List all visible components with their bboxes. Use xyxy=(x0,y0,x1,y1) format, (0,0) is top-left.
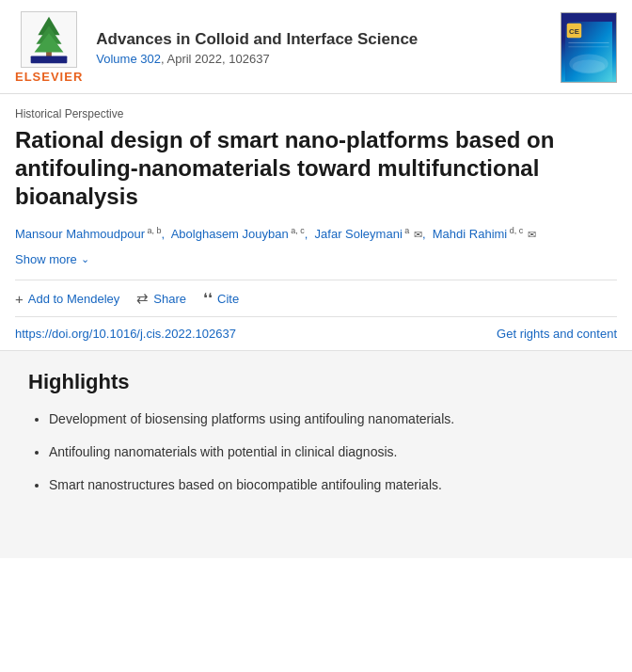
add-mendeley-label: Add to Mendeley xyxy=(28,292,120,306)
author-rahimi[interactable]: Mahdi Rahimi xyxy=(433,227,507,241)
show-more-label: Show more xyxy=(15,252,77,266)
cite-label: Cite xyxy=(217,292,239,306)
svg-text:CE: CE xyxy=(569,27,579,36)
article-type: Historical Perspective xyxy=(15,107,617,120)
share-label: Share xyxy=(153,292,186,306)
add-to-mendeley-button[interactable]: + Add to Mendeley xyxy=(15,291,119,307)
mendeley-icon: + xyxy=(15,291,24,307)
doi-bar: https://doi.org/10.1016/j.cis.2022.10263… xyxy=(0,317,632,351)
elsevier-logo-image xyxy=(21,11,77,68)
email-icon-soleymani: ✉ xyxy=(414,227,422,244)
chevron-down-icon: ⌄ xyxy=(81,253,89,265)
journal-info: Advances in Colloid and Interface Scienc… xyxy=(96,30,418,66)
author-soleymani[interactable]: Jafar Soleymani xyxy=(315,227,403,241)
highlights-list: Development of biosensing platforms usin… xyxy=(28,409,604,495)
journal-cover-image: CE xyxy=(561,12,617,83)
header-left: ELSEVIER Advances in Colloid and Interfa… xyxy=(15,11,418,84)
share-button[interactable]: ⇄ Share xyxy=(136,290,186,307)
highlights-section: Highlights Development of biosensing pla… xyxy=(0,351,632,558)
article-section: Historical Perspective Rational design o… xyxy=(0,94,632,266)
authors-list: Mansour Mahmoudpour a, b, Abolghasem Jou… xyxy=(15,224,617,245)
get-rights-link[interactable]: Get rights and content xyxy=(497,327,617,341)
list-item: Development of biosensing platforms usin… xyxy=(49,409,604,429)
list-item: Antifouling nanomaterials with potential… xyxy=(49,442,604,462)
email-icon-rahimi: ✉ xyxy=(528,227,536,244)
svg-point-12 xyxy=(573,60,605,73)
article-title: Rational design of smart nano-platforms … xyxy=(15,126,617,211)
list-item: Smart nanostructures based on biocompati… xyxy=(49,475,604,495)
author-mahmoudpour[interactable]: Mansour Mahmoudpour xyxy=(15,227,145,241)
action-bar: + Add to Mendeley ⇄ Share ❛❛ Cite xyxy=(15,280,617,317)
show-more-button[interactable]: Show more ⌄ xyxy=(15,252,89,266)
cite-button[interactable]: ❛❛ Cite xyxy=(203,290,239,307)
journal-volume-link[interactable]: Volume 302 xyxy=(96,52,161,66)
doi-link[interactable]: https://doi.org/10.1016/j.cis.2022.10263… xyxy=(15,327,236,341)
page-header: ELSEVIER Advances in Colloid and Interfa… xyxy=(0,0,632,94)
author-jouyban[interactable]: Abolghasem Jouyban xyxy=(171,227,289,241)
journal-title: Advances in Colloid and Interface Scienc… xyxy=(96,30,418,49)
elsevier-label: ELSEVIER xyxy=(15,70,83,84)
highlights-title: Highlights xyxy=(28,370,604,394)
share-icon: ⇄ xyxy=(136,290,149,307)
svg-rect-5 xyxy=(31,56,68,63)
journal-volume: Volume 302, April 2022, 102637 xyxy=(96,52,418,66)
quote-icon: ❛❛ xyxy=(203,290,213,307)
elsevier-logo: ELSEVIER xyxy=(15,11,83,84)
